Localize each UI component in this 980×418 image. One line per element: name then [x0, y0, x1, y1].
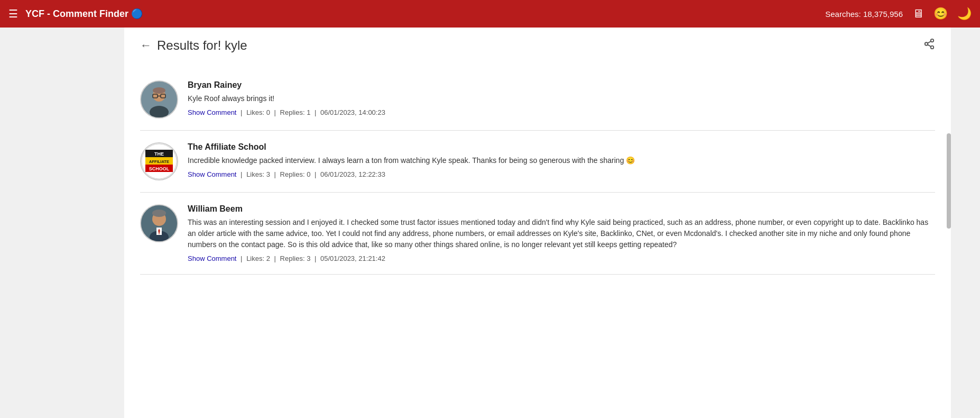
svg-point-10 [153, 87, 165, 94]
share-icon[interactable] [923, 38, 935, 53]
svg-text:SCHOOL: SCHOOL [149, 166, 170, 171]
comment-meta: Show Comment | Likes: 0 | Replies: 1 | 0… [188, 108, 935, 116]
likes-count: Likes: 3 [246, 170, 270, 178]
comment-text: Kyle Roof always brings it! [188, 93, 935, 104]
moon-icon[interactable]: 🌙 [957, 7, 972, 21]
results-title: ← Results for! kyle [140, 38, 247, 53]
svg-line-3 [928, 44, 931, 47]
svg-line-4 [928, 41, 931, 43]
replies-count: Replies: 3 [280, 255, 311, 262]
comment-date: 05/01/2023, 21:21:42 [320, 255, 385, 262]
comment-date: 06/01/2023, 14:00:23 [320, 108, 385, 116]
likes-count: Likes: 2 [246, 255, 270, 262]
results-title-text: Results for! kyle [157, 38, 247, 53]
searches-count: Searches: 18,375,956 [825, 10, 903, 19]
comment-body: The Affiliate School Incredible knowledg… [188, 142, 935, 180]
cup-icon[interactable]: 🖥 [912, 7, 924, 21]
sidebar-right [951, 28, 980, 418]
face-icon[interactable]: 😊 [933, 7, 948, 21]
comment-item: William Beem This was an interesting ses… [140, 193, 935, 275]
results-header: ← Results for! kyle [140, 38, 935, 58]
header-right: Searches: 18,375,956 🖥 😊 🌙 [825, 7, 972, 21]
menu-icon[interactable]: ☰ [8, 7, 18, 20]
app-title: YCF - Comment Finder 🔵 [25, 8, 825, 20]
show-comment-link[interactable]: Show Comment [188, 170, 236, 178]
svg-text:AFFILIATE: AFFILIATE [149, 159, 169, 164]
replies-count: Replies: 1 [280, 108, 311, 116]
comment-date: 06/01/2023, 12:22:33 [320, 170, 385, 178]
comment-item: THE AFFILIATE SCHOOL The Affiliate Schoo… [140, 131, 935, 193]
main-content: ← Results for! kyle [124, 28, 951, 418]
scrollbar[interactable] [947, 133, 951, 229]
avatar [140, 80, 178, 119]
header: ☰ YCF - Comment Finder 🔵 Searches: 18,37… [0, 0, 980, 28]
comment-meta: Show Comment | Likes: 2 | Replies: 3 | 0… [188, 255, 935, 262]
avatar [140, 204, 178, 242]
sidebar-left [0, 28, 124, 418]
comment-text: This was an interesting session and I en… [188, 217, 935, 250]
layout: ← Results for! kyle [0, 28, 980, 418]
comment-item: Bryan Rainey Kyle Roof always brings it!… [140, 69, 935, 131]
comment-author: Bryan Rainey [188, 80, 935, 90]
comment-author: William Beem [188, 204, 935, 214]
show-comment-link[interactable]: Show Comment [188, 255, 236, 262]
replies-count: Replies: 0 [280, 170, 311, 178]
svg-point-21 [152, 210, 166, 217]
comment-body: William Beem This was an interesting ses… [188, 204, 935, 262]
avatar: THE AFFILIATE SCHOOL [140, 142, 178, 180]
comment-body: Bryan Rainey Kyle Roof always brings it!… [188, 80, 935, 119]
svg-text:THE: THE [154, 151, 164, 157]
comment-meta: Show Comment | Likes: 3 | Replies: 0 | 0… [188, 170, 935, 178]
back-button[interactable]: ← [140, 39, 152, 52]
comment-text: Incredible knowledge packed interview. I… [188, 155, 935, 166]
show-comment-link[interactable]: Show Comment [188, 108, 236, 116]
comment-author: The Affiliate School [188, 142, 935, 152]
likes-count: Likes: 0 [246, 108, 270, 116]
